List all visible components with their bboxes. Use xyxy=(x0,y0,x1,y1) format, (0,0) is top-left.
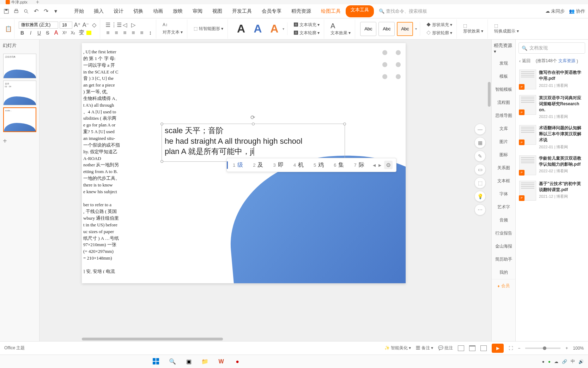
float-more-button[interactable]: ⋯ xyxy=(474,204,486,215)
fit-button[interactable]: ⛶ xyxy=(509,346,513,351)
cat-resume[interactable]: 简历助手 xyxy=(492,253,515,266)
explorer-icon[interactable]: 📁 xyxy=(200,357,210,366)
ime-candidate[interactable]: 3即 xyxy=(268,161,288,169)
cat-wordart[interactable]: 艺术字 xyxy=(492,201,515,214)
wps-icon[interactable]: W xyxy=(217,357,226,366)
tab-start[interactable]: 开始 xyxy=(69,5,89,17)
resize-handle[interactable] xyxy=(343,123,346,125)
tab-review[interactable]: 审阅 xyxy=(188,5,207,17)
strike-button[interactable]: S xyxy=(44,29,51,36)
convert-graphic-button[interactable]: ⬚转换成图示 ▾ xyxy=(492,23,521,35)
scrollbar-horizontal[interactable] xyxy=(40,337,487,341)
tray-icon[interactable]: 🔗 xyxy=(562,359,567,364)
ime-candidate[interactable]: 6集 xyxy=(329,161,349,169)
zoom-in-button[interactable]: + xyxy=(565,346,568,351)
highlight-button[interactable] xyxy=(86,31,91,35)
canvas[interactable]: , U] the first letter 的 第 1 个 字 母: 一词以字母… xyxy=(40,40,491,341)
save-icon[interactable] xyxy=(3,8,10,15)
tab-transition[interactable]: 切换 xyxy=(128,5,148,17)
resource-back[interactable]: ‹ 返回 (推荐148个文库资源) xyxy=(516,57,588,65)
distribute-button[interactable]: ≡ xyxy=(138,29,145,36)
view-sorter-icon[interactable] xyxy=(469,345,475,351)
preview-icon[interactable] xyxy=(23,8,30,15)
cat-mindmap[interactable]: 思维导图 xyxy=(492,109,515,122)
record-icon[interactable]: ● xyxy=(233,357,242,366)
ime-indicator[interactable]: 中 xyxy=(571,358,575,364)
zoom-slider[interactable] xyxy=(525,348,560,349)
tab-animation[interactable]: 动画 xyxy=(148,5,168,17)
dropdown-icon[interactable]: ▾ xyxy=(52,8,59,15)
selected-textbox[interactable]: ⟳ scale 天平；音阶 he had straight A all thro… xyxy=(162,124,345,162)
tab-member[interactable]: 会员专享 xyxy=(257,5,286,17)
decrease-indent-button[interactable]: ◁ xyxy=(121,22,128,29)
taskview-icon[interactable]: ▣ xyxy=(184,357,193,366)
line-spacing-button[interactable]: ↕ xyxy=(147,29,154,36)
text-effect-button[interactable]: A文本效果 ▾ xyxy=(328,21,353,37)
cat-member[interactable]: ♦ 会员 xyxy=(492,279,515,292)
italic-button[interactable]: I xyxy=(27,29,34,36)
tab-text-tools[interactable]: 文本工具 xyxy=(346,5,374,17)
resource-item[interactable]: P 基于"云技术"的初中英说翻转课堂.pdf2021-12 | 博看网 xyxy=(519,178,585,203)
slide-thumb-1[interactable]: 汉双语词典 xyxy=(3,54,36,78)
cat-report[interactable]: 行业报告 xyxy=(492,227,515,240)
zoom-out-button[interactable]: − xyxy=(518,346,520,351)
smart-graphic-button[interactable]: ⬚ 转智能图形 ▾ xyxy=(192,25,225,32)
resource-item[interactable]: P 英汉双语学习词典对应词策略研究Research on.2022-01 | 博… xyxy=(519,92,585,122)
tab-draw-tools[interactable]: 绘图工具 xyxy=(316,5,346,17)
float-idea-button[interactable]: 💡 xyxy=(474,191,486,202)
textbox-content[interactable]: scale 天平；音阶 he had straight A all throug… xyxy=(162,124,345,158)
float-layers-button[interactable]: ▦ xyxy=(474,137,486,148)
view-normal-icon[interactable] xyxy=(458,345,464,351)
tab-resources[interactable]: 稻壳资源 xyxy=(286,5,316,17)
wordart-style-2[interactable]: A xyxy=(249,22,266,35)
float-shape-button[interactable]: ▭ xyxy=(474,164,486,175)
decrease-font-icon[interactable]: A⁻ xyxy=(82,22,89,29)
document-tab[interactable]: 牛津.pptx xyxy=(3,0,30,5)
tray-icon[interactable]: 🔊 xyxy=(578,359,584,364)
cat-font[interactable]: 字体 xyxy=(492,188,515,201)
wordart-style-3[interactable]: A xyxy=(266,22,283,35)
shape-fill-button[interactable]: ◆ 形状填充 ▾ xyxy=(424,21,454,29)
resource-item[interactable]: P 术语翻译问题的认知解释以三本牛津英汉双解术说2022-01 | 博看网 xyxy=(519,122,585,152)
subscript-button[interactable]: X₂ xyxy=(69,29,77,36)
justify-button[interactable]: ≡ xyxy=(130,29,137,36)
tab-devtools[interactable]: 开发工具 xyxy=(227,5,257,17)
cat-smart-template[interactable]: 智能模板 xyxy=(492,83,515,96)
align-center-button[interactable]: ≡ xyxy=(113,29,120,36)
print-icon[interactable] xyxy=(13,8,20,15)
cat-mine[interactable]: 我的 xyxy=(492,266,515,279)
clear-format-icon[interactable]: ◇ xyxy=(91,22,98,29)
ime-prev-icon[interactable]: ◂ xyxy=(373,162,376,168)
beautify-button[interactable]: ✨ 智能美化 ▾ xyxy=(384,345,411,351)
shape-style-3[interactable]: Abc xyxy=(397,22,413,36)
command-search[interactable]: 🔍 查找命令、搜索模板 xyxy=(379,8,427,14)
ime-candidate[interactable]: 2及 xyxy=(248,161,268,169)
scrollbar-vertical[interactable] xyxy=(487,40,491,341)
tab-design[interactable]: 设计 xyxy=(109,5,128,17)
pinyin-button[interactable]: 变 xyxy=(78,29,85,36)
shape-style-2[interactable]: Abc xyxy=(378,22,395,36)
float-collapse-button[interactable]: — xyxy=(474,124,486,135)
search-icon[interactable]: 🔍 xyxy=(168,357,177,366)
new-tab-button[interactable]: + xyxy=(33,0,42,5)
cat-textbox[interactable]: 文本框 xyxy=(492,174,515,188)
cat-audio[interactable]: 音频 xyxy=(492,214,515,227)
cat-poster[interactable]: 金山海报 xyxy=(492,240,515,253)
tab-view[interactable]: 视图 xyxy=(207,5,227,17)
bullets-button[interactable]: ☰ xyxy=(104,22,111,29)
ime-candidate[interactable]: 5鸡 xyxy=(309,161,329,169)
zoom-label[interactable]: 100% xyxy=(573,346,584,351)
ime-candidate-bar[interactable]: 1级 2及 3即 4机 5鸡 6集 7际 ◂ ▸ ⚙ xyxy=(226,158,396,172)
underline-button[interactable]: U xyxy=(36,29,43,36)
resize-handle[interactable] xyxy=(160,160,163,163)
align-text-label[interactable]: 对齐文本 ▾ xyxy=(160,29,185,36)
font-size-input[interactable] xyxy=(60,22,72,29)
ime-next-icon[interactable]: ▸ xyxy=(378,162,381,168)
resize-handle[interactable] xyxy=(252,123,255,125)
cat-image[interactable]: 图片 xyxy=(492,135,515,148)
ime-candidate[interactable]: 1级 xyxy=(227,161,248,169)
tab-insert[interactable]: 插入 xyxy=(89,5,109,17)
notes-button[interactable]: ☰ 备注 ▾ xyxy=(416,345,433,351)
float-pen-button[interactable]: ✎ xyxy=(474,150,486,162)
float-frame-button[interactable]: ⬚ xyxy=(474,177,486,189)
